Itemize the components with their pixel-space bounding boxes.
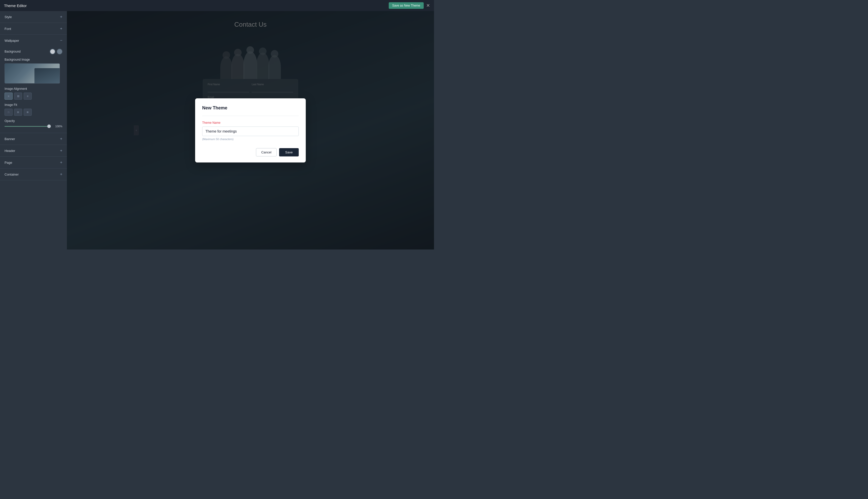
modal-title: New Theme [202,105,299,111]
image-alignment-label: Image Alignment [4,87,62,90]
sidebar: Style + Font + Wallpaper − Background [0,11,67,250]
sidebar-section-page: Page + [0,157,67,169]
sidebar-section-font: Font + [0,23,67,35]
fit-buttons: □ ⊞ ⊠ [4,109,62,116]
style-section-label: Style [4,15,12,19]
banner-expand-icon: + [60,136,62,141]
opacity-label: Opacity [4,119,62,123]
modal-overlay: New Theme Theme Name (Maximum 50 charact… [67,11,434,250]
background-dark-toggle[interactable] [57,49,62,54]
modal-field-label: Theme Name [202,121,299,124]
sidebar-section-header-item: Header + [0,145,67,157]
new-theme-modal: New Theme Theme Name (Maximum 50 charact… [195,98,306,162]
wallpaper-collapse-icon: − [60,38,62,43]
opacity-slider[interactable] [4,126,51,127]
font-section-header[interactable]: Font + [0,23,67,35]
image-fit-label: Image Fit [4,103,62,107]
font-expand-icon: + [60,26,62,31]
container-section-label: Container [4,172,18,176]
header-actions: Save as New Theme ✕ [389,2,430,9]
save-as-new-theme-button[interactable]: Save as New Theme [389,2,424,9]
font-section-label: Font [4,27,11,31]
banner-section-header[interactable]: Banner + [0,133,67,145]
alignment-buttons: ≡ ⊞ ≡ [4,93,62,100]
fit-fill-button[interactable]: □ [4,109,13,116]
opacity-value: 100% [53,125,62,128]
style-expand-icon: + [60,15,62,19]
background-image-label: Background Image [4,58,62,61]
fit-tile-button[interactable]: ⊠ [24,109,32,116]
sidebar-section-wallpaper: Wallpaper − Background Background Image … [0,35,67,133]
modal-hint: (Maximum 50 characters) [202,137,299,141]
banner-section-label: Banner [4,137,15,141]
bg-image-preview-inner [35,68,60,83]
theme-name-input[interactable] [202,126,299,136]
page-section-label: Page [4,161,12,165]
align-right-button[interactable]: ≡ [24,93,32,100]
close-button[interactable]: ✕ [426,3,430,8]
wallpaper-content: Background Background Image Image Alignm… [0,46,67,133]
app-title: Theme Editor [4,3,27,8]
modal-save-button[interactable]: Save [279,148,299,156]
sidebar-section-container: Container + [0,169,67,180]
main-content: Contact Us First Name [67,11,434,250]
page-section-header[interactable]: Page + [0,157,67,168]
fit-fit-button[interactable]: ⊞ [14,109,22,116]
container-expand-icon: + [60,172,62,177]
header-expand-icon: + [60,148,62,153]
wallpaper-section-label: Wallpaper [4,39,19,42]
modal-cancel-button[interactable]: Cancel [256,148,276,156]
align-left-button[interactable]: ≡ [4,93,13,100]
background-label: Background [4,50,21,53]
sidebar-section-banner: Banner + [0,133,67,145]
header-bar: Theme Editor Save as New Theme ✕ [0,0,434,11]
background-light-toggle[interactable] [50,49,55,54]
wallpaper-section-header[interactable]: Wallpaper − [0,35,67,46]
modal-footer: Cancel Save [202,148,299,156]
page-expand-icon: + [60,160,62,165]
sidebar-section-style: Style + [0,11,67,23]
background-image-preview[interactable] [4,63,60,84]
header-section-label: Header [4,149,15,153]
opacity-row: 100% [4,125,62,128]
container-section-header[interactable]: Container + [0,169,67,180]
header-section-header[interactable]: Header + [0,145,67,156]
style-section-header[interactable]: Style + [0,11,67,23]
background-row: Background [4,49,62,54]
align-center-button[interactable]: ⊞ [14,93,22,100]
background-toggle-group [50,49,62,54]
